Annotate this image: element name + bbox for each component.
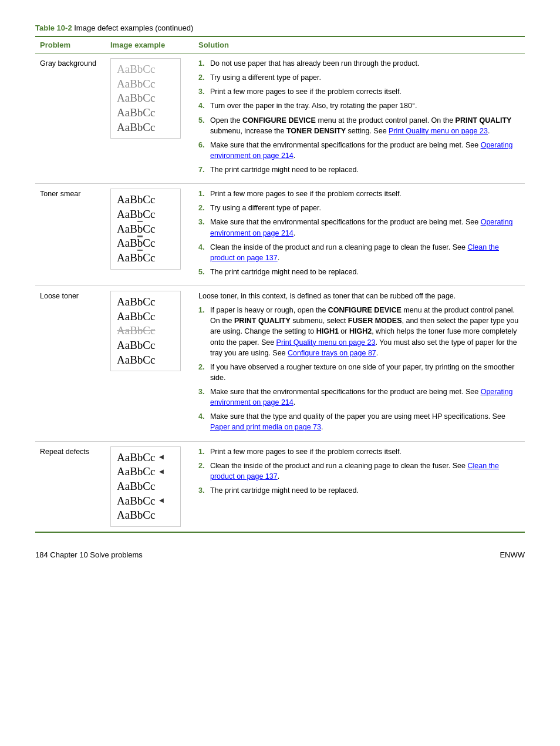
list-item: 3.The print cartridge might need to be r… [198,485,520,496]
list-number: 4. [198,100,210,111]
solution-cell: Loose toner, in this context, is defined… [194,286,525,442]
solution-list: 1.Print a few more pages to see if the p… [198,189,520,277]
problem-cell: Toner smear [35,184,106,286]
list-text: If you have observed a rougher texture o… [210,362,520,383]
table-label: Table 10-2 [35,23,72,32]
list-text: Make sure that the environmental specifi… [210,217,520,238]
list-number: 3. [198,485,210,496]
footer-left: 184 Chapter 10 Solve problems [35,550,143,559]
solution-cell: 1.Print a few more pages to see if the p… [194,184,525,286]
main-table: Problem Image example Solution Gray back… [35,36,525,533]
list-text: Turn over the paper in the tray. Also, t… [210,100,520,111]
list-item: 4.Clean the inside of the product and ru… [198,242,520,263]
list-item: 2.Try using a different type of paper. [198,72,520,83]
problem-cell: Repeat defects [35,441,106,532]
image-cell: AaBbCcAaBbCcAaBbCcAaBbCcAaBbCc [106,286,194,442]
list-number: 5. [198,267,210,277]
list-item: 1.Print a few more pages to see if the p… [198,446,520,457]
list-item: 4.Turn over the paper in the tray. Also,… [198,100,520,111]
list-number: 2. [198,72,210,83]
list-item: 3.Print a few more pages to see if the p… [198,86,520,97]
table-title: Table 10-2 Image defect examples (contin… [35,23,525,32]
image-cell: AaBbCcAaBbCcAaBbCcAaBbCcAaBbCc [106,53,194,184]
list-number: 2. [198,362,210,383]
list-item: 1.If paper is heavy or rough, open the C… [198,305,520,358]
header-image: Image example [106,36,194,53]
list-number: 1. [198,305,210,358]
list-item: 1.Do not use paper that has already been… [198,58,520,69]
list-item: 5.Open the CONFIGURE DEVICE menu at the … [198,115,520,136]
image-example: AaBbCcAaBbCcAaBbCcAaBbCcAaBbCc [110,291,181,371]
list-number: 4. [198,411,210,432]
list-item: 3.Make sure that the environmental speci… [198,217,520,238]
image-example: AaBbCcAaBbCcAaBbCcAaBbCcAaBbCc [110,58,181,139]
list-number: 1. [198,189,210,199]
solution-cell: 1.Do not use paper that has already been… [194,53,525,184]
list-text: Print a few more pages to see if the pro… [210,446,520,457]
page-footer: 184 Chapter 10 Solve problems ENWW [35,550,525,559]
list-text: If paper is heavy or rough, open the CON… [210,305,520,358]
list-text: Make sure that the type and quality of t… [210,411,520,432]
list-number: 6. [198,140,210,161]
header-problem: Problem [35,36,106,53]
list-item: 7.The print cartridge might need to be r… [198,164,520,175]
list-item: 2.Try using a different type of paper. [198,203,520,213]
image-cell: AaBbCc◄AaBbCc◄AaBbCcAaBbCc◄AaBbCc [106,441,194,532]
image-example: AaBbCcAaBbCcAaBbCcAaBbCcAaBbCc [110,189,181,269]
table-title-text: Image defect examples (continued) [74,23,193,32]
list-text: Make sure that the environmental specifi… [210,140,520,161]
list-text: The print cartridge might need to be rep… [210,485,520,496]
list-text: Try using a different type of paper. [210,72,520,83]
list-text: The print cartridge might need to be rep… [210,267,520,277]
solution-list: 1.Print a few more pages to see if the p… [198,446,520,496]
list-number: 7. [198,164,210,175]
footer-right: ENWW [500,550,525,559]
list-text: Open the CONFIGURE DEVICE menu at the pr… [210,115,520,136]
list-number: 2. [198,461,210,482]
solution-cell: 1.Print a few more pages to see if the p… [194,441,525,532]
list-item: 3.Make sure that the environmental speci… [198,387,520,408]
list-number: 1. [198,446,210,457]
table-row: Repeat defectsAaBbCc◄AaBbCc◄AaBbCcAaBbCc… [35,441,525,532]
table-row: Loose tonerAaBbCcAaBbCcAaBbCcAaBbCcAaBbC… [35,286,525,442]
image-cell: AaBbCcAaBbCcAaBbCcAaBbCcAaBbCc [106,184,194,286]
list-text: Make sure that the environmental specifi… [210,387,520,408]
solution-list: 1.Do not use paper that has already been… [198,58,520,175]
problem-cell: Gray background [35,53,106,184]
list-text: Print a few more pages to see if the pro… [210,189,520,199]
list-number: 4. [198,242,210,263]
list-item: 5.The print cartridge might need to be r… [198,267,520,277]
header-solution: Solution [194,36,525,53]
list-item: 2.Clean the inside of the product and ru… [198,461,520,482]
list-number: 2. [198,203,210,213]
list-number: 5. [198,115,210,136]
list-item: 1.Print a few more pages to see if the p… [198,189,520,199]
list-number: 3. [198,217,210,238]
problem-cell: Loose toner [35,286,106,442]
list-text: Try using a different type of paper. [210,203,520,213]
list-item: 6.Make sure that the environmental speci… [198,140,520,161]
table-row: Toner smearAaBbCcAaBbCcAaBbCcAaBbCcAaBbC… [35,184,525,286]
image-example: AaBbCc◄AaBbCc◄AaBbCcAaBbCc◄AaBbCc [110,446,181,527]
list-item: 4.Make sure that the type and quality of… [198,411,520,432]
list-number: 1. [198,58,210,69]
list-text: Clean the inside of the product and run … [210,461,520,482]
list-number: 3. [198,86,210,97]
list-text: The print cartridge might need to be rep… [210,164,520,175]
table-row: Gray backgroundAaBbCcAaBbCcAaBbCcAaBbCcA… [35,53,525,184]
list-text: Clean the inside of the product and run … [210,242,520,263]
list-number: 3. [198,387,210,408]
solution-list: 1.If paper is heavy or rough, open the C… [198,305,520,432]
list-text: Print a few more pages to see if the pro… [210,86,520,97]
list-text: Do not use paper that has already been r… [210,58,520,69]
solution-intro: Loose toner, in this context, is defined… [198,291,520,301]
list-item: 2.If you have observed a rougher texture… [198,362,520,383]
